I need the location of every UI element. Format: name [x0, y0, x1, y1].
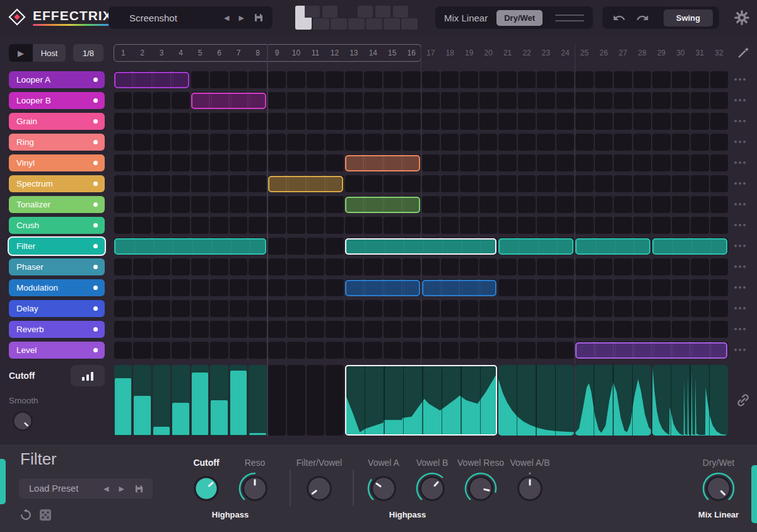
- grid-cell[interactable]: [153, 321, 170, 338]
- timeline-step-11[interactable]: 11: [306, 44, 325, 62]
- knob-cutoff[interactable]: [188, 470, 225, 507]
- grid-cell[interactable]: [153, 113, 170, 130]
- preset-prev-icon[interactable]: ◀: [224, 14, 229, 21]
- automation-empty-cell[interactable]: [307, 365, 324, 436]
- grid-cell[interactable]: [287, 196, 305, 213]
- grid-cell[interactable]: [384, 258, 401, 275]
- grid-cell[interactable]: [575, 92, 593, 109]
- track-grain[interactable]: Grain: [9, 113, 105, 130]
- grid-cell[interactable]: [307, 196, 324, 213]
- timeline-step-26[interactable]: 26: [594, 44, 613, 62]
- grid-cell[interactable]: [614, 113, 631, 130]
- settings-gear-icon[interactable]: [734, 9, 750, 26]
- grid-cell[interactable]: [384, 175, 401, 192]
- grid-cell[interactable]: [556, 342, 574, 359]
- grid-cell[interactable]: [133, 300, 151, 317]
- grid-cell[interactable]: [230, 71, 247, 88]
- row-menu-tonalizer[interactable]: [734, 203, 746, 205]
- pattern-key-9[interactable]: [322, 6, 337, 18]
- automation-step[interactable]: [191, 365, 209, 436]
- timeline-step-1[interactable]: 1: [114, 44, 132, 62]
- grid-cell[interactable]: [153, 196, 170, 213]
- track-looper-a[interactable]: Looper A: [9, 71, 105, 88]
- grid-cell[interactable]: [460, 92, 478, 109]
- grid-cell[interactable]: [191, 342, 209, 359]
- track-enable-dot[interactable]: [93, 78, 98, 82]
- row-menu-grain[interactable]: [734, 120, 746, 122]
- grid-cell[interactable]: [460, 258, 478, 275]
- grid-cell[interactable]: [614, 196, 631, 213]
- grid-cell[interactable]: [326, 71, 343, 88]
- grid-cell[interactable]: [268, 321, 286, 338]
- grid-cell[interactable]: [652, 196, 670, 213]
- grid-cell[interactable]: [575, 217, 593, 234]
- automation-step[interactable]: [230, 365, 247, 436]
- grid-cell[interactable]: [479, 92, 497, 109]
- grid-cell[interactable]: [268, 113, 286, 130]
- grid-cell[interactable]: [172, 217, 189, 234]
- grid-cell[interactable]: [287, 113, 305, 130]
- fx-block-looper-b[interactable]: [191, 93, 266, 109]
- grid-cell[interactable]: [652, 321, 670, 338]
- grid-cell[interactable]: [441, 92, 459, 109]
- timeline-step-13[interactable]: 13: [344, 44, 363, 62]
- timeline-step-30[interactable]: 30: [671, 44, 690, 62]
- timeline-step-25[interactable]: 25: [575, 44, 594, 62]
- grid-cell[interactable]: [384, 71, 401, 88]
- grid-cell[interactable]: [249, 154, 266, 171]
- grid-cell[interactable]: [172, 175, 189, 192]
- grid-cell[interactable]: [422, 175, 440, 192]
- automation-bar[interactable]: [172, 403, 189, 435]
- grid-cell[interactable]: [710, 134, 728, 151]
- grid-cell[interactable]: [672, 113, 690, 130]
- grid-cell[interactable]: [402, 300, 420, 317]
- fx-block-tonalizer[interactable]: [345, 197, 420, 213]
- timeline-step-20[interactable]: 20: [479, 44, 498, 62]
- pattern-key-2[interactable]: [313, 18, 329, 30]
- grid-cell[interactable]: [518, 258, 536, 275]
- knob-dry-wet[interactable]: [700, 470, 737, 507]
- grid-cell[interactable]: [652, 279, 670, 296]
- grid-cell[interactable]: [326, 134, 343, 151]
- grid-cell[interactable]: [153, 300, 170, 317]
- grid-cell[interactable]: [460, 175, 478, 192]
- timeline-step-18[interactable]: 18: [440, 44, 459, 62]
- row-menu-ring[interactable]: [734, 141, 746, 143]
- grid-cell[interactable]: [498, 71, 516, 88]
- grid-cell[interactable]: [249, 134, 266, 151]
- grid-cell[interactable]: [518, 300, 536, 317]
- grid-cell[interactable]: [633, 134, 651, 151]
- grid-cell[interactable]: [575, 321, 593, 338]
- automation-curve-block[interactable]: [652, 365, 728, 436]
- dice-random-icon[interactable]: [39, 509, 52, 521]
- knob-vowel-a[interactable]: [365, 470, 402, 507]
- grid-cell[interactable]: [633, 300, 651, 317]
- row-menu-spectrum[interactable]: [734, 182, 746, 185]
- grid-cell[interactable]: [249, 175, 266, 192]
- automation-bar[interactable]: [230, 371, 247, 435]
- grid-cell[interactable]: [326, 258, 343, 275]
- grid-cell[interactable]: [422, 342, 440, 359]
- grid-cell[interactable]: [595, 279, 613, 296]
- grid-cell[interactable]: [249, 71, 266, 88]
- pattern-key-3[interactable]: [331, 18, 347, 30]
- track-ring[interactable]: Ring: [9, 134, 105, 151]
- automation-curve-block[interactable]: [575, 365, 651, 436]
- grid-cell[interactable]: [518, 342, 536, 359]
- grid-cell[interactable]: [652, 258, 670, 275]
- grid-cell[interactable]: [172, 258, 189, 275]
- row-menu-modulation[interactable]: [734, 286, 746, 289]
- grid-cell[interactable]: [556, 92, 574, 109]
- track-filter[interactable]: Filter: [9, 238, 105, 255]
- grid-cell[interactable]: [633, 154, 651, 171]
- timeline-step-28[interactable]: 28: [633, 44, 652, 62]
- grid-cell[interactable]: [422, 196, 440, 213]
- automation-empty-cell[interactable]: [326, 365, 343, 436]
- grid-cell[interactable]: [422, 92, 440, 109]
- grid-cell[interactable]: [479, 113, 497, 130]
- grid-cell[interactable]: [556, 258, 574, 275]
- grid-cell[interactable]: [153, 279, 170, 296]
- grid-cell[interactable]: [672, 217, 690, 234]
- track-enable-dot[interactable]: [93, 223, 98, 228]
- grid-cell[interactable]: [710, 321, 728, 338]
